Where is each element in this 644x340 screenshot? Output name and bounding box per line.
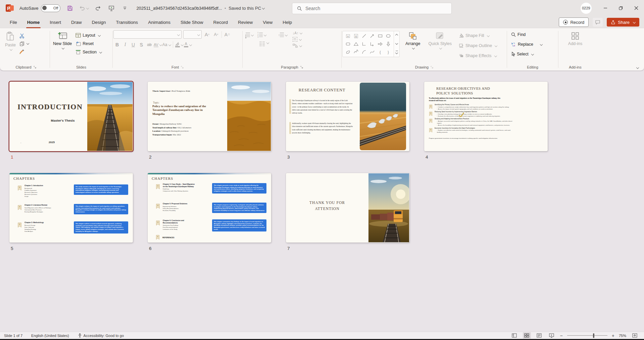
numbering-icon[interactable]: 123 xyxy=(257,32,266,38)
menu-tab[interactable]: Help xyxy=(278,16,297,28)
accessibility-status[interactable]: Accessibility: Good to go xyxy=(78,333,124,338)
arc-shape-icon[interactable] xyxy=(360,48,368,56)
slide-thumbnail-4[interactable]: RESEARCH OBJECTIVES ANDPOLICY SOLUTIONS … xyxy=(424,82,548,151)
addins-button[interactable]: Add-ins xyxy=(566,30,585,47)
reset-button[interactable]: Reset xyxy=(74,39,103,48)
paragraph-dialog-launcher-icon[interactable] xyxy=(300,66,303,69)
format-painter-icon[interactable] xyxy=(18,48,26,56)
shape-effects-button[interactable]: Shape Effects xyxy=(457,51,498,60)
search-input[interactable]: Search xyxy=(292,3,452,14)
menu-tab[interactable]: View xyxy=(258,16,278,28)
autosave-control[interactable]: AutoSave Off xyxy=(19,4,60,12)
strikethrough-icon[interactable]: ab xyxy=(146,41,153,49)
menu-tab[interactable]: Animations xyxy=(143,16,176,28)
menu-tab[interactable]: Slide Show xyxy=(176,16,208,28)
shapes-more-icon[interactable] xyxy=(396,51,398,54)
zoom-out-icon[interactable]: − xyxy=(560,333,563,338)
slide-thumbnail-5[interactable]: CHAPTERS Chapter 1: IntroductionBackgrou… xyxy=(9,173,133,243)
arrange-button[interactable]: Arrange xyxy=(403,30,423,50)
right-brace-shape-icon[interactable]: } xyxy=(384,48,392,56)
save-icon[interactable] xyxy=(66,4,74,12)
clear-formatting-icon[interactable]: A◇ xyxy=(224,31,231,39)
font-color-icon[interactable]: A xyxy=(184,41,192,49)
align-text-icon[interactable] xyxy=(293,37,302,42)
quick-styles-button[interactable]: Quick Styles xyxy=(426,30,454,50)
shape-fill-button[interactable]: Shape Fill xyxy=(457,31,498,40)
underline-icon[interactable]: U xyxy=(130,41,137,49)
language-indicator[interactable]: English (United States) xyxy=(31,334,69,338)
convert-to-smartart-icon[interactable] xyxy=(293,44,302,48)
copy-icon[interactable] xyxy=(18,40,26,48)
slide-thumbnail-6[interactable]: CHAPTERS Chapter 4: Case Study – Sand Mi… xyxy=(148,173,271,243)
customize-quick-access-icon[interactable] xyxy=(121,4,129,12)
italic-icon[interactable]: I xyxy=(121,41,129,49)
character-spacing-icon[interactable]: AV xyxy=(154,41,162,49)
shapes-scroll-up-icon[interactable] xyxy=(395,34,398,37)
share-button[interactable]: Share xyxy=(607,18,639,27)
layout-button[interactable]: Layout xyxy=(74,31,103,39)
close-button[interactable] xyxy=(629,0,644,16)
highlight-color-icon[interactable] xyxy=(175,41,183,49)
menu-tab[interactable]: Design xyxy=(87,16,111,28)
shape-outline-button[interactable]: Shape Outline xyxy=(457,41,498,50)
fit-slide-to-window-icon[interactable] xyxy=(631,332,639,339)
undo-icon[interactable] xyxy=(79,4,89,12)
menu-tab[interactable]: Home xyxy=(22,16,45,28)
slide-thumbnail-3[interactable]: RESEARCH CONTENT The Tavantolgoi-Zuunbay… xyxy=(286,82,409,151)
slideshow-view-icon[interactable] xyxy=(548,332,556,339)
left-brace-shape-icon[interactable]: { xyxy=(376,48,384,56)
cut-icon[interactable] xyxy=(18,32,26,40)
new-slide-button[interactable]: New Slide xyxy=(51,30,74,50)
select-button[interactable]: Select xyxy=(510,50,535,58)
menu-tab[interactable]: File xyxy=(5,16,22,28)
menu-tab[interactable]: Draw xyxy=(66,16,87,28)
restore-button[interactable] xyxy=(613,0,629,16)
shapes-scroll-down-icon[interactable] xyxy=(395,42,398,45)
curve-shape-icon[interactable] xyxy=(368,48,376,56)
saved-status[interactable]: Saved to this PC xyxy=(229,6,264,11)
font-size-combo[interactable] xyxy=(183,30,202,39)
zoom-level[interactable]: 75% xyxy=(619,334,626,338)
line-shape-icon[interactable] xyxy=(360,32,368,40)
zoom-in-icon[interactable]: + xyxy=(612,333,614,338)
font-dialog-launcher-icon[interactable] xyxy=(181,66,184,69)
zoom-slider[interactable] xyxy=(567,335,607,336)
line-spacing-icon[interactable]: ↕ xyxy=(278,33,287,37)
bullets-icon[interactable] xyxy=(243,33,253,37)
line-arrow-shape-icon[interactable] xyxy=(368,32,376,40)
font-name-combo[interactable] xyxy=(113,30,182,39)
text-shadow-icon[interactable]: S xyxy=(138,41,145,49)
start-slideshow-icon[interactable] xyxy=(107,4,115,12)
right-arrow-shape-icon[interactable] xyxy=(376,40,384,48)
change-case-icon[interactable]: Aa xyxy=(162,41,171,49)
elbow-arrow-connector-shape-icon[interactable] xyxy=(368,40,376,48)
scribble-shape-icon[interactable] xyxy=(352,48,360,56)
record-button[interactable]: Record xyxy=(559,17,589,27)
document-title[interactable]: 202511_a945734567d2453ca0b34946f5df... xyxy=(136,6,222,11)
section-button[interactable]: Section xyxy=(74,48,103,56)
slide-counter[interactable]: Slide 1 of 7 xyxy=(4,334,22,338)
collapse-ribbon-icon[interactable] xyxy=(636,66,639,69)
menu-tab[interactable]: Transitions xyxy=(111,16,143,28)
columns-icon[interactable] xyxy=(259,42,269,46)
slide-thumbnail-1[interactable]: INTRODUCTION Master's Thesis - 2025 xyxy=(9,82,133,151)
elbow-connector-shape-icon[interactable] xyxy=(360,40,368,48)
vertical-text-box-shape-icon[interactable]: A xyxy=(352,32,360,40)
text-direction-icon[interactable]: ↓A↑ xyxy=(293,31,302,35)
normal-view-icon[interactable] xyxy=(510,332,518,339)
comments-icon[interactable] xyxy=(593,18,603,27)
text-box-shape-icon[interactable]: A xyxy=(344,32,352,40)
drawing-dialog-launcher-icon[interactable] xyxy=(431,66,433,69)
rounded-rectangle-shape-icon[interactable] xyxy=(344,40,352,48)
freeform-shape-icon[interactable] xyxy=(344,48,352,56)
replace-button[interactable]: bc Replace xyxy=(510,40,544,48)
down-arrow-shape-icon[interactable] xyxy=(384,40,392,48)
user-avatar-badge[interactable]: 0229 xyxy=(581,3,592,14)
slide-thumbnail-7[interactable]: THANK YOU FORATTENTION xyxy=(286,173,409,243)
triangle-shape-icon[interactable] xyxy=(352,40,360,48)
find-button[interactable]: Find xyxy=(510,30,527,39)
reading-view-icon[interactable] xyxy=(535,332,543,339)
menu-tab[interactable]: Review xyxy=(233,16,258,28)
paste-button[interactable]: Paste xyxy=(3,30,18,52)
slide-sorter-view-icon[interactable] xyxy=(523,332,531,339)
